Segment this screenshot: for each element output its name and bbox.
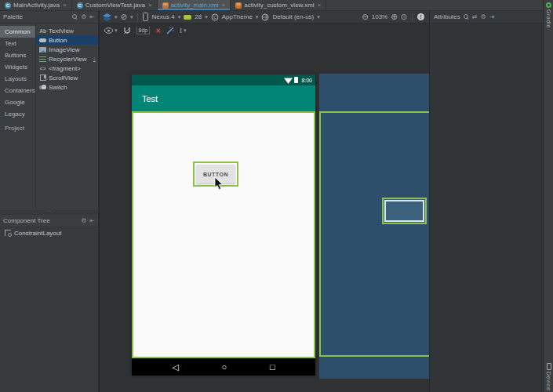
palette-category-containers[interactable]: Containers xyxy=(0,85,35,96)
swap-view-icon[interactable]: ⇄ xyxy=(472,13,478,20)
component-tree-title: Component Tree xyxy=(3,217,50,224)
tree-item-constraintlayout[interactable]: ConstraintLayout xyxy=(0,227,98,238)
hide-panel-icon[interactable]: ⇤ xyxy=(89,13,95,20)
fragment-icon: <> xyxy=(39,65,46,72)
zoom-out-icon[interactable]: ⊖ xyxy=(362,13,368,21)
tree-item-label: ConstraintLayout xyxy=(14,230,61,237)
locale-selector[interactable]: Default (en-us) xyxy=(272,13,314,20)
download-icon[interactable]: ↓ xyxy=(93,56,96,62)
palette-items: Ab TextView Button ImageView RecyclerVie… xyxy=(36,24,98,210)
clear-constraints-icon[interactable]: ✕ xyxy=(155,27,161,34)
recyclerview-icon xyxy=(39,56,46,63)
scrollview-icon xyxy=(39,74,46,82)
chevron-down-icon: ▾ xyxy=(115,27,118,34)
orientation-icon[interactable]: ⊘ xyxy=(121,13,127,21)
constraintlayout-canvas[interactable]: BUTTON xyxy=(132,111,315,358)
palette-item-label: Switch xyxy=(49,84,67,91)
api-level-selector[interactable]: 28 xyxy=(195,13,202,20)
layout-xml-file-icon xyxy=(162,2,169,9)
tab-label: activity_custom_view.xml xyxy=(244,2,314,9)
navigation-bar: ◁ ○ □ xyxy=(132,358,315,376)
device-explorer-label: Device xyxy=(546,372,551,390)
close-icon[interactable]: × xyxy=(148,2,152,9)
palette-item-button[interactable]: Button xyxy=(36,35,98,45)
palette-category-text[interactable]: Text xyxy=(0,38,35,49)
palette-item-switch[interactable]: Switch xyxy=(36,82,98,92)
palette-item-textview[interactable]: Ab TextView xyxy=(36,26,98,35)
blueprint-constraintlayout-outline[interactable] xyxy=(319,111,429,357)
palette-header: Palette ⚙ ⇤ xyxy=(0,11,98,24)
gear-icon[interactable]: ⚙ xyxy=(481,13,486,20)
design-toolbar: ▾ ⊘ ▾ Nexus 4 ▾ 28 ▾ C AppTheme ▾ xyxy=(100,11,429,24)
render-errors-icon[interactable]: ! xyxy=(417,13,424,20)
palette-category-google[interactable]: Google xyxy=(0,96,35,108)
locale-globe-icon xyxy=(261,13,269,21)
status-time: 8:00 xyxy=(301,78,312,83)
palette-item-scrollview[interactable]: ScrollView xyxy=(36,73,98,82)
autoconnect-magnet-icon[interactable] xyxy=(123,27,131,34)
zoom-in-icon[interactable]: ⊕ xyxy=(391,13,397,21)
wifi-icon xyxy=(284,77,293,84)
infer-constraints-wand-icon[interactable] xyxy=(166,27,174,34)
hide-panel-icon[interactable]: ⇤ xyxy=(89,217,95,224)
tab-main-activity[interactable]: C MainActivity.java × xyxy=(0,0,72,10)
attributes-panel: Attributes ⇄ ⚙ ⇥ xyxy=(429,11,543,392)
palette-categories: Common Text Buttons Widgets Layouts Cont… xyxy=(0,24,36,210)
project-label[interactable]: Project xyxy=(0,122,35,134)
battery-icon xyxy=(294,77,298,83)
design-surface: ▾ ⊘ ▾ Nexus 4 ▾ 28 ▾ C AppTheme ▾ xyxy=(100,11,429,392)
chevron-down-icon: ▾ xyxy=(205,14,208,20)
palette-item-recyclerview[interactable]: RecyclerView ↓ xyxy=(36,54,98,64)
theme-selector[interactable]: AppTheme xyxy=(222,13,253,20)
device-phone-icon xyxy=(547,363,551,370)
switch-icon xyxy=(39,84,46,91)
search-icon[interactable] xyxy=(464,14,469,20)
palette-category-widgets[interactable]: Widgets xyxy=(0,61,35,73)
nav-back-icon: ◁ xyxy=(172,363,178,372)
blueprint-button-widget[interactable] xyxy=(382,198,427,224)
design-surface-mode-icon[interactable] xyxy=(103,13,111,21)
divider xyxy=(137,13,138,21)
zoom-level: 103% xyxy=(372,13,387,20)
java-class-icon: C xyxy=(77,2,83,9)
device-selector[interactable]: Nexus 4 xyxy=(151,13,174,20)
palette-category-layouts[interactable]: Layouts xyxy=(0,73,35,85)
gear-icon[interactable]: ⚙ xyxy=(81,13,86,20)
close-icon[interactable]: × xyxy=(318,2,322,9)
tab-label: activity_main.xml xyxy=(171,2,219,9)
chevron-down-icon: ▾ xyxy=(130,14,133,20)
palette-category-legacy[interactable]: Legacy xyxy=(0,108,35,120)
palette-item-label: Button xyxy=(49,37,67,44)
search-icon[interactable] xyxy=(72,14,78,20)
palette-item-imageview[interactable]: ImageView xyxy=(36,45,98,54)
device-phone-icon xyxy=(143,13,148,21)
tab-activity-main-xml[interactable]: activity_main.xml × xyxy=(158,0,231,10)
left-panel: Palette ⚙ ⇤ Common Text Buttons Widgets … xyxy=(0,11,99,392)
device-explorer-tool-button[interactable]: Device xyxy=(544,363,553,390)
palette-item-label: ImageView xyxy=(49,46,79,53)
zoom-controls: ⊖ 103% ⊕ ⊙ ! xyxy=(362,13,424,21)
theme-icon: C xyxy=(211,13,219,21)
tab-activity-custom-view-xml[interactable]: activity_custom_view.xml × xyxy=(231,0,326,10)
tab-custom-view-test[interactable]: C CustomViewTest.java × xyxy=(72,0,158,10)
hide-panel-icon[interactable]: ⇥ xyxy=(489,13,495,20)
divider xyxy=(412,13,413,21)
android-icon xyxy=(184,14,191,20)
gradle-tool-button[interactable]: Gradle xyxy=(544,2,553,28)
close-icon[interactable]: × xyxy=(63,2,67,9)
default-margins-button[interactable]: 8dp xyxy=(136,27,151,34)
view-options-button[interactable]: ▾ xyxy=(104,27,118,34)
palette-item-fragment[interactable]: <> <fragment> xyxy=(36,64,98,73)
palette: Common Text Buttons Widgets Layouts Cont… xyxy=(0,24,98,210)
palette-category-common[interactable]: Common xyxy=(0,26,35,38)
ibeam-icon: I xyxy=(180,27,182,34)
zoom-fit-icon[interactable]: ⊙ xyxy=(401,13,407,21)
pack-selector[interactable]: I ▾ xyxy=(180,27,187,34)
chevron-down-icon: ▾ xyxy=(184,27,187,34)
palette-category-buttons[interactable]: Buttons xyxy=(0,49,35,61)
close-icon[interactable]: × xyxy=(222,2,226,9)
palette-item-label: <fragment> xyxy=(49,65,81,72)
button-icon xyxy=(39,37,46,44)
gear-icon[interactable]: ⚙ xyxy=(81,217,86,224)
palette-item-label: ScrollView xyxy=(49,74,78,82)
